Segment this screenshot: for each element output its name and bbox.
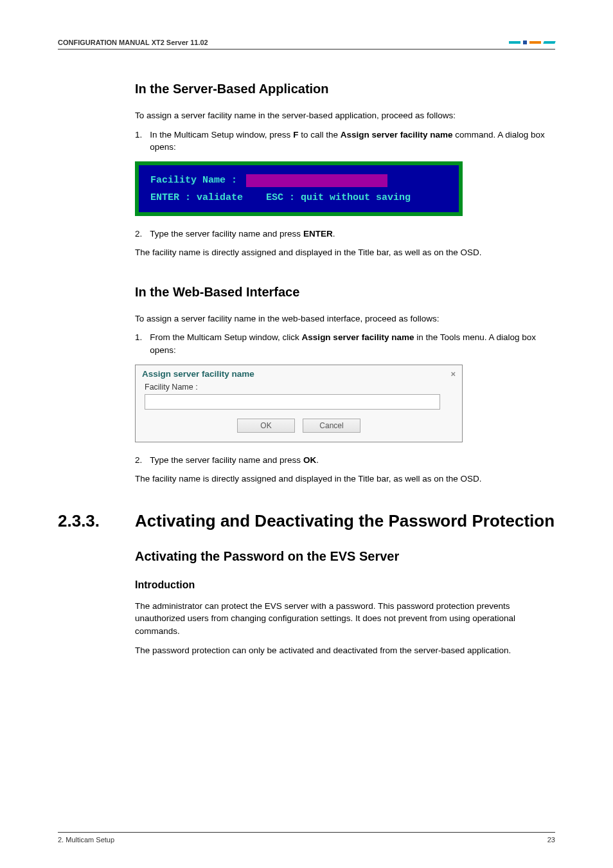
logo-dot-icon	[523, 41, 527, 44]
facility-name-field[interactable]	[145, 394, 440, 410]
close-icon[interactable]: ×	[450, 369, 456, 379]
paragraph: The password protection can only be acti…	[135, 644, 555, 657]
dos-facility-label: Facility Name :	[150, 175, 237, 186]
evs-logo	[509, 41, 555, 44]
list-number: 1.	[135, 331, 142, 356]
sub-subheading: Introduction	[135, 579, 555, 591]
paragraph: The administrator can protect the EVS se…	[135, 600, 555, 638]
logo-bar-icon	[529, 41, 541, 44]
list-item: 1. From the Multicam Setup window, click…	[135, 331, 555, 356]
heading-server-based: In the Server-Based Application	[135, 82, 555, 96]
dos-esc-hint: ESC : quit without saving	[266, 192, 411, 203]
outro-text: The facility name is directly assigned a…	[135, 246, 555, 259]
footer-left: 2. Multicam Setup	[58, 836, 114, 844]
outro-text: The facility name is directly assigned a…	[135, 473, 555, 485]
dialog-title: Assign server facility name	[142, 369, 254, 379]
list-body: Type the server facility name and press …	[150, 454, 555, 467]
cancel-button[interactable]: Cancel	[303, 419, 360, 433]
header-text: CONFIGURATION MANUAL XT2 Server 11.02	[58, 39, 208, 46]
section-heading-row: 2.3.3. Activating and Deactivating the P…	[58, 511, 555, 531]
footer-page-number: 23	[547, 836, 555, 844]
dos-dialog: Facility Name : ENTER : validate ESC : q…	[135, 161, 463, 216]
page-footer: 2. Multicam Setup 23	[58, 832, 555, 844]
list-body: Type the server facility name and press …	[150, 228, 555, 240]
ok-button[interactable]: OK	[237, 419, 295, 433]
list-body: From the Multicam Setup window, click As…	[150, 331, 555, 356]
logo-bar-icon	[509, 41, 520, 44]
web-dialog: Assign server facility name × Facility N…	[135, 365, 463, 442]
section-title: Activating and Deactivating the Password…	[135, 511, 555, 531]
dos-enter-hint: ENTER : validate	[150, 192, 243, 203]
list-item: 1. In the Multicam Setup window, press F…	[135, 129, 555, 154]
list-item: 2. Type the server facility name and pre…	[135, 228, 555, 240]
list-number: 2.	[135, 228, 142, 240]
logo-bar-icon	[543, 41, 555, 44]
intro-text: To assign a server facility name in the …	[135, 312, 555, 325]
section-number: 2.3.3.	[58, 511, 122, 531]
facility-name-label: Facility Name :	[145, 383, 453, 392]
list-number: 2.	[135, 454, 142, 467]
page-header: CONFIGURATION MANUAL XT2 Server 11.02	[58, 39, 555, 50]
intro-text: To assign a server facility name in the …	[135, 109, 555, 122]
list-body: In the Multicam Setup window, press F to…	[150, 129, 555, 154]
list-item: 2. Type the server facility name and pre…	[135, 454, 555, 467]
facility-name-input[interactable]	[246, 174, 387, 187]
list-number: 1.	[135, 129, 142, 154]
heading-web-based: In the Web-Based Interface	[135, 285, 555, 300]
subheading: Activating the Password on the EVS Serve…	[135, 549, 555, 564]
